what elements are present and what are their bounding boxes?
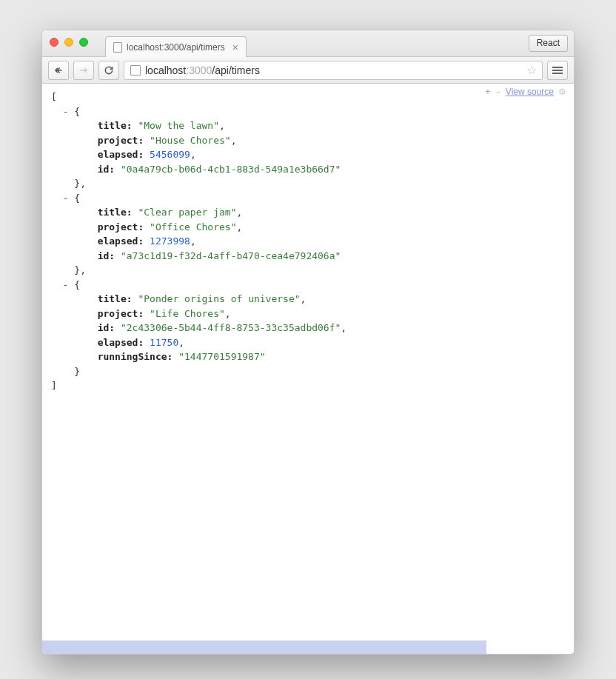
url-text: localhost:3000/api/timers <box>145 64 520 76</box>
url-path: /api/timers <box>212 64 260 76</box>
toolbar: localhost:3000/api/timers ☆ <box>42 57 574 84</box>
expand-collapse-toggle[interactable]: + - <box>485 87 501 97</box>
reload-button[interactable] <box>98 61 119 80</box>
forward-button[interactable] <box>73 61 94 80</box>
url-host: localhost <box>145 64 186 76</box>
reload-icon <box>104 65 114 76</box>
window-controls <box>50 38 88 47</box>
view-source-link[interactable]: View source <box>506 87 554 97</box>
tab-title: localhost:3000/api/timers <box>127 42 225 53</box>
chrome-menu-button[interactable] <box>547 61 568 80</box>
browser-window: localhost:3000/api/timers × React localh… <box>41 30 575 655</box>
arrow-right-icon <box>78 65 89 76</box>
back-button[interactable] <box>48 61 69 80</box>
arrow-left-icon <box>53 65 64 76</box>
browser-tab[interactable]: localhost:3000/api/timers × <box>105 36 247 57</box>
address-bar[interactable]: localhost:3000/api/timers ☆ <box>124 61 543 80</box>
zoom-window-icon[interactable] <box>79 38 88 47</box>
close-window-icon[interactable] <box>50 38 58 47</box>
page-content: + - View source ⚙ [ - { title: "Mow the … <box>42 84 574 654</box>
jsonview-controls: + - View source ⚙ <box>485 87 566 97</box>
minimize-window-icon[interactable] <box>64 38 73 47</box>
url-port: :3000 <box>186 64 212 76</box>
json-response-body: [ - { title: "Mow the lawn", project: "H… <box>42 84 574 399</box>
bookmark-star-icon[interactable]: ☆ <box>524 63 539 77</box>
selection-highlight <box>42 640 486 654</box>
site-info-icon[interactable] <box>130 65 141 76</box>
gear-icon[interactable]: ⚙ <box>558 87 566 97</box>
page-icon <box>113 42 122 53</box>
hamburger-icon <box>552 67 563 74</box>
react-devtools-button[interactable]: React <box>529 35 568 52</box>
titlebar: localhost:3000/api/timers × React <box>42 30 574 57</box>
close-tab-icon[interactable]: × <box>232 41 238 53</box>
